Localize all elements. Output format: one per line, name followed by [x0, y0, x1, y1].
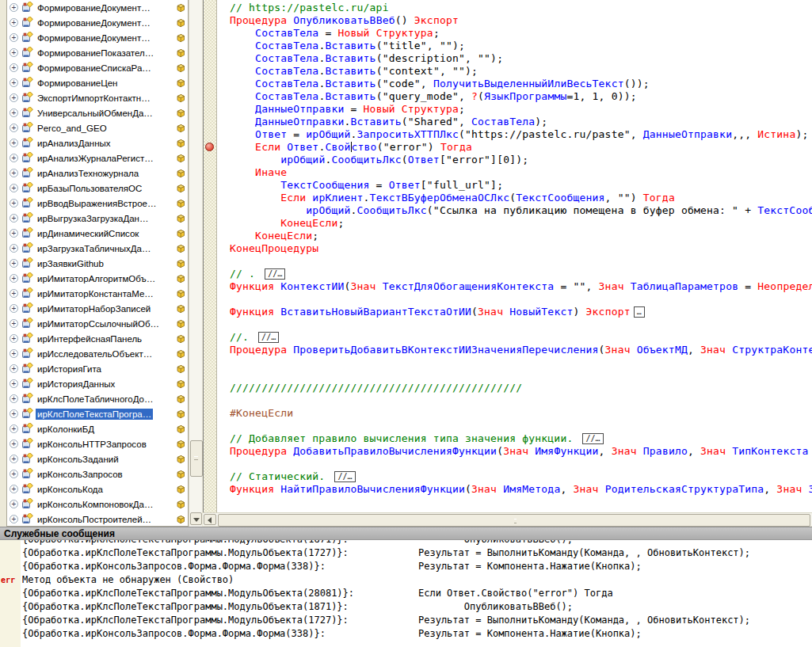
- code-line[interactable]: [230, 255, 812, 268]
- code-line[interactable]: СоставТела = Новый Структура;: [230, 27, 812, 40]
- tree-item[interactable]: +ирКолонкиБД: [7, 421, 188, 436]
- code-line[interactable]: ирОбщий.СообщитьЛкс(Ответ["error"][0]);: [230, 154, 812, 166]
- message-row[interactable]: {Обработка.ирКонсольЗапросов.Форма.Форма…: [0, 560, 812, 573]
- message-row[interactable]: {Обработка.ирКлсПолеТекстаПрограммы.Моду…: [0, 546, 812, 560]
- expand-plus-icon[interactable]: +: [10, 440, 18, 448]
- message-row[interactable]: {Обработка.ирКлсПолеТекстаПрограммы.Моду…: [0, 614, 812, 627]
- tree-item[interactable]: +ирКонсольКода: [7, 481, 188, 497]
- tree-item[interactable]: +ирИмитаторСсылочныйОб…: [7, 316, 188, 331]
- collapsed-code-box[interactable]: …: [634, 306, 645, 318]
- code-line[interactable]: СоставТела.Вставить("query_mode", ?(Язык…: [230, 90, 812, 103]
- expand-plus-icon[interactable]: +: [10, 515, 18, 523]
- expand-plus-icon[interactable]: +: [10, 154, 18, 162]
- code-line[interactable]: Ответ = ирОбщий.ЗапроситьХТТПЛкс("https:…: [230, 128, 812, 141]
- expand-plus-icon[interactable]: +: [10, 124, 18, 132]
- code-line[interactable]: ирОбщий.СообщитьЛкс("Ссылка на публикаци…: [230, 204, 812, 217]
- code-line[interactable]: СоставТела.Вставить("description", "");: [230, 52, 812, 65]
- collapsed-code-box[interactable]: //…: [258, 332, 279, 343]
- tree-item[interactable]: +ирДинамическийСписок: [7, 226, 188, 241]
- code-line[interactable]: +Функция ВставитьНовыйВариантТекстаОтИИ(…: [230, 306, 812, 318]
- expand-plus-icon[interactable]: +: [10, 364, 18, 373]
- tree-item[interactable]: +ирИмитаторАлгоритмОбъ…: [7, 271, 188, 286]
- code-editor-panel[interactable]: // https://pastelc.ru/api−Процедура Опуб…: [203, 0, 812, 512]
- expand-plus-icon[interactable]: +: [10, 274, 18, 283]
- expand-plus-icon[interactable]: +: [10, 33, 18, 42]
- expand-plus-icon[interactable]: +: [10, 424, 18, 433]
- code-text-area[interactable]: // https://pastelc.ru/api−Процедура Опуб…: [230, 0, 812, 512]
- breakpoint-icon[interactable]: [205, 143, 214, 151]
- tree-item[interactable]: +ирВыгрузкаЗагрузкаДан…: [7, 211, 188, 226]
- expand-plus-icon[interactable]: +: [10, 199, 18, 207]
- expand-plus-icon[interactable]: +: [10, 244, 18, 253]
- expand-plus-icon[interactable]: +: [10, 18, 18, 27]
- code-line[interactable]: +Процедура ДобавитьПравилоВычисленияФунк…: [230, 445, 812, 458]
- tree-item[interactable]: +ирЗагрузкаТабличныхДа…: [7, 241, 188, 256]
- tree-item[interactable]: +ФормированиеПоказател…: [7, 45, 188, 60]
- code-line[interactable]: СоставТела.Вставить("context", "");: [230, 65, 812, 78]
- tree-item[interactable]: +ирВводВыраженияВстрое…: [7, 196, 188, 211]
- code-line[interactable]: [230, 356, 812, 369]
- tree-item[interactable]: +ирКлсПолеТабличногоДо…: [7, 391, 188, 406]
- tree-item[interactable]: +ирИмитаторКонстантаМе…: [7, 286, 188, 301]
- code-line[interactable]: СоставТела.Вставить("title", "");: [230, 40, 812, 52]
- message-row[interactable]: {Обработка.ирКлсПолеТекстаПрограммы.Моду…: [0, 600, 812, 614]
- collapsed-code-box[interactable]: //…: [265, 268, 285, 280]
- code-line[interactable]: [230, 369, 812, 382]
- code-line[interactable]: [230, 420, 812, 432]
- expand-plus-icon[interactable]: +: [10, 349, 18, 358]
- code-line[interactable]: +// Статический. //…: [230, 470, 812, 483]
- expand-plus-icon[interactable]: +: [10, 259, 18, 268]
- tree-item[interactable]: +ирКонсольHTTPЗапросов: [7, 436, 188, 451]
- tree-item[interactable]: +ирИсторияДанных: [7, 376, 188, 391]
- tree-item[interactable]: +ФормированиеДокумент…: [7, 30, 188, 45]
- expand-plus-icon[interactable]: +: [10, 485, 18, 493]
- tree-item[interactable]: +ирАнализЖурналаРегист…: [7, 150, 188, 166]
- message-row[interactable]: {Обработка.ирКлсПолеТекстаПрограммы.Моду…: [0, 540, 812, 546]
- code-line[interactable]: +Функция КонтекстИИ(Знач ТекстДляОбогаще…: [230, 280, 812, 293]
- expand-plus-icon[interactable]: +: [10, 108, 18, 117]
- tree-item[interactable]: +ирИмитаторНаборЗаписей: [7, 301, 188, 316]
- tree-scrollbar-down-arrow-icon[interactable]: [190, 512, 202, 525]
- code-line[interactable]: +Функция НайтиПравилоВычисленияФункции(З…: [230, 483, 812, 496]
- service-messages-body[interactable]: {Обработка.ирКлсПолеТекстаПрограммы.Моду…: [0, 540, 812, 647]
- code-line[interactable]: +//. //…: [230, 331, 812, 344]
- expand-plus-icon[interactable]: +: [10, 229, 18, 238]
- code-line[interactable]: #КонецЕсли: [230, 407, 812, 420]
- expand-plus-icon[interactable]: +: [10, 470, 18, 478]
- code-line[interactable]: ТекстСообщения = Ответ["full_url"];: [230, 179, 812, 192]
- code-line[interactable]: [230, 293, 812, 306]
- collapsed-code-box[interactable]: //…: [334, 471, 355, 482]
- expand-plus-icon[interactable]: +: [10, 3, 18, 12]
- tree-item[interactable]: +ФормированиеДокумент…: [7, 15, 188, 30]
- code-line[interactable]: КонецЕсли;: [230, 217, 812, 230]
- code-line[interactable]: Иначе: [230, 166, 812, 179]
- tree-item[interactable]: +ирАнализДанных: [7, 135, 188, 150]
- collapsed-code-box[interactable]: //…: [582, 433, 603, 444]
- tree-item[interactable]: +ЭкспортИмпортКонтактн…: [7, 90, 188, 105]
- tree-item[interactable]: +ирБазыПользователяОС: [7, 181, 188, 196]
- expand-plus-icon[interactable]: +: [10, 500, 18, 508]
- tree-item[interactable]: +ФормированиеДокумент…: [7, 0, 188, 15]
- expand-plus-icon[interactable]: +: [10, 289, 18, 298]
- expand-plus-icon[interactable]: +: [10, 139, 18, 147]
- breakpoint-margin[interactable]: [204, 0, 217, 512]
- code-line[interactable]: +// Добавляет правило вычисления типа зн…: [230, 432, 812, 445]
- scroll-left-arrow-icon[interactable]: [204, 514, 216, 525]
- code-line[interactable]: +// . //…: [230, 268, 812, 280]
- message-row[interactable]: {Обработка.ирКлсПолеТекстаПрограммы.Моду…: [0, 587, 812, 600]
- expand-plus-icon[interactable]: +: [10, 93, 18, 102]
- editor-scrollbar-thumb[interactable]: [218, 514, 810, 527]
- tree-item[interactable]: +ирИсторияГита: [7, 361, 188, 376]
- expand-plus-icon[interactable]: +: [10, 379, 18, 388]
- expand-plus-icon[interactable]: +: [10, 409, 18, 418]
- tree-item[interactable]: +Perco_and_GEO: [7, 120, 188, 135]
- code-line[interactable]: ////////////////////////////////////////…: [230, 382, 812, 394]
- tree-item[interactable]: +ирАнализТехножурнала: [7, 166, 188, 181]
- tree-item[interactable]: +ирКлсПолеТекстаПрогра…: [7, 406, 188, 421]
- tree-item[interactable]: +ирКонсольПостроителей…: [7, 512, 188, 527]
- expand-plus-icon[interactable]: +: [10, 394, 18, 403]
- tree-item[interactable]: +ирЗаявкиGithub: [7, 256, 188, 271]
- tree-scrollbar-thumb[interactable]: [190, 440, 203, 477]
- expand-plus-icon[interactable]: +: [10, 214, 18, 223]
- tree-item[interactable]: +ирКонсольЗапросов: [7, 466, 188, 481]
